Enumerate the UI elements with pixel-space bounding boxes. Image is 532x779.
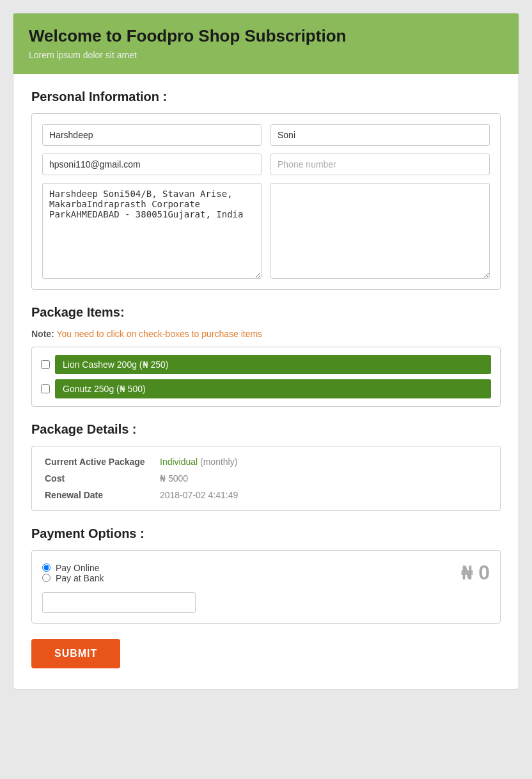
table-row: Current Active Package Individual (month… (45, 457, 487, 467)
table-row: Cost ₦ 5000 (45, 473, 487, 484)
item-checkbox-1[interactable] (41, 360, 50, 369)
details-value-renewal: 2018-07-02 4:41:49 (160, 490, 238, 500)
address-row: Harshdeep Soni504/B, Stavan Arise, Makar… (42, 183, 490, 279)
details-value-package: Individual (monthly) (160, 457, 237, 467)
package-details-title: Package Details : (31, 422, 501, 437)
package-items-title: Package Items: (31, 305, 501, 320)
header: Welcome to Foodpro Shop Subscription Lor… (13, 13, 519, 74)
header-title: Welcome to Foodpro Shop Subscription (29, 26, 503, 46)
pay-online-label: Pay Online (56, 563, 99, 573)
email-input[interactable] (42, 153, 262, 175)
page-container: Welcome to Foodpro Shop Subscription Lor… (13, 13, 519, 689)
header-subtitle: Lorem ipsum dolor sit amet (29, 50, 503, 60)
name-row (42, 124, 490, 146)
details-label-renewal: Renewal Date (45, 490, 160, 500)
address2-textarea[interactable] (270, 183, 490, 279)
table-row: Renewal Date 2018-07-02 4:41:49 (45, 490, 487, 500)
address-textarea[interactable]: Harshdeep Soni504/B, Stavan Arise, Makar… (42, 183, 262, 279)
submit-button[interactable]: SUBMIT (31, 639, 120, 668)
item-label-2: Gonutz 250g (₦ 500) (55, 379, 491, 398)
payment-options-title: Payment Options : (31, 526, 501, 541)
personal-info-title: Personal Information : (31, 90, 501, 104)
package-items-note: Note: You need to click on check-boxes t… (31, 329, 501, 339)
phone-input[interactable] (270, 153, 490, 175)
pay-bank-label: Pay at Bank (56, 573, 104, 583)
last-name-input[interactable] (270, 124, 490, 146)
payment-code-input[interactable] (42, 592, 196, 613)
amount-value: 0 (478, 561, 490, 584)
note-prefix: Note: (31, 329, 54, 339)
email-phone-row (42, 153, 490, 175)
note-message: You need to click on check-boxes to purc… (56, 329, 262, 339)
pay-online-radio[interactable] (42, 563, 51, 572)
payment-amount: ₦ 0 (461, 561, 490, 585)
details-label-package: Current Active Package (45, 457, 160, 467)
personal-info-card: Harshdeep Soni504/B, Stavan Arise, Makar… (31, 113, 501, 290)
package-items-card: Lion Cashew 200g (₦ 250) Gonutz 250g (₦ … (31, 347, 501, 407)
content: Personal Information : Harshdeep Soni504… (13, 74, 519, 689)
first-name-input[interactable] (42, 124, 262, 146)
item-checkbox-2[interactable] (41, 384, 50, 393)
payment-options-left: Pay Online Pay at Bank (42, 563, 104, 583)
package-period: (monthly) (198, 457, 237, 467)
list-item: Gonutz 250g (₦ 500) (41, 379, 491, 398)
payment-input-row (42, 592, 490, 613)
pay-online-row: Pay Online (42, 563, 104, 573)
package-name: Individual (160, 457, 198, 467)
payment-options-card: Pay Online Pay at Bank ₦ 0 (31, 550, 501, 624)
list-item: Lion Cashew 200g (₦ 250) (41, 355, 491, 374)
naira-symbol: ₦ (461, 563, 473, 583)
item-label-1: Lion Cashew 200g (₦ 250) (55, 355, 491, 374)
pay-bank-row: Pay at Bank (42, 573, 104, 583)
pay-bank-radio[interactable] (42, 574, 51, 582)
details-label-cost: Cost (45, 473, 160, 484)
package-details-card: Current Active Package Individual (month… (31, 446, 501, 511)
details-value-cost: ₦ 5000 (160, 473, 188, 484)
